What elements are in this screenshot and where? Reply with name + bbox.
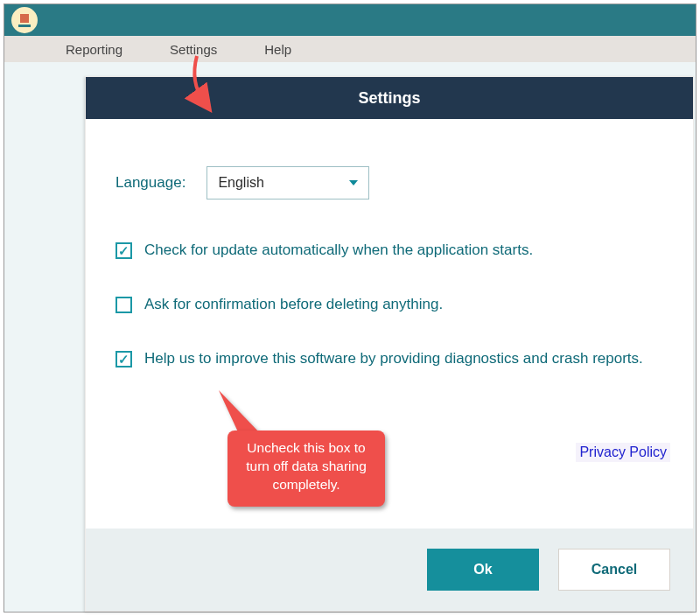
- cancel-button[interactable]: Cancel: [558, 549, 670, 591]
- dialog-title: Settings: [86, 77, 693, 119]
- language-select[interactable]: English: [206, 166, 369, 200]
- menu-reporting[interactable]: Reporting: [66, 42, 122, 57]
- chevron-down-icon: [349, 180, 358, 186]
- check-confirm-checkbox[interactable]: [116, 297, 132, 313]
- privacy-policy-link[interactable]: Privacy Policy: [576, 443, 670, 462]
- check-update-checkbox[interactable]: [116, 242, 132, 259]
- check-update-label: Check for update automatically when the …: [144, 242, 533, 259]
- ok-button[interactable]: Ok: [427, 549, 539, 591]
- check-update-row: Check for update automatically when the …: [116, 242, 667, 259]
- work-area: Settings Language: English Check for upd…: [4, 62, 696, 612]
- language-label: Language:: [116, 174, 186, 192]
- title-bar: [4, 4, 696, 36]
- check-diagnostics-row: Help us to improve this software by prov…: [116, 350, 667, 368]
- check-diagnostics-checkbox[interactable]: [116, 351, 132, 368]
- language-row: Language: English: [116, 166, 667, 200]
- language-value: English: [218, 175, 263, 191]
- dialog-body: Language: English Check for update autom…: [86, 119, 693, 528]
- dialog-footer: Ok Cancel: [86, 528, 693, 611]
- menu-help[interactable]: Help: [264, 42, 291, 57]
- check-diagnostics-label: Help us to improve this software by prov…: [144, 350, 643, 368]
- check-confirm-label: Ask for confirmation before deleting any…: [144, 296, 443, 313]
- app-frame: Reporting Settings Help Settings Languag…: [4, 4, 696, 612]
- menu-settings[interactable]: Settings: [170, 42, 217, 57]
- menu-bar: Reporting Settings Help: [4, 36, 696, 62]
- app-logo-icon: [11, 7, 38, 33]
- settings-dialog: Settings Language: English Check for upd…: [85, 76, 694, 612]
- check-confirm-row: Ask for confirmation before deleting any…: [116, 296, 667, 313]
